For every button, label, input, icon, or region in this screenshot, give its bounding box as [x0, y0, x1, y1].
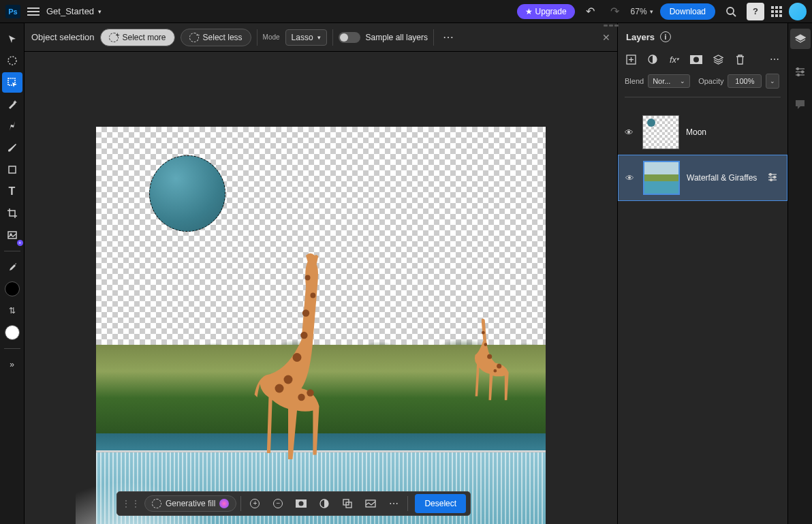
layers-panel-tab-icon[interactable]: [790, 29, 811, 49]
add-mask-icon[interactable]: [690, 53, 702, 65]
svg-point-16: [482, 331, 485, 335]
layer-waterfall-giraffes[interactable]: 👁 Waterfall & Giraffes: [618, 155, 787, 201]
undo-icon[interactable]: ↶: [582, 3, 599, 20]
layer-moon[interactable]: 👁 Moon: [618, 110, 787, 155]
svg-point-42: [797, 67, 799, 70]
info-icon[interactable]: i: [660, 31, 671, 42]
sparkle-icon: [219, 499, 229, 508]
visibility-toggle-icon[interactable]: 👁: [625, 173, 636, 183]
select-less-button[interactable]: −Select less: [181, 29, 251, 46]
swap-colors-icon[interactable]: ⇅: [2, 300, 22, 321]
panel-menu-icon[interactable]: ⋯: [768, 53, 781, 65]
svg-point-18: [487, 354, 492, 359]
user-avatar[interactable]: [789, 3, 807, 20]
left-toolbar: T + ⇅ »: [0, 23, 25, 524]
quick-actions-tool-icon[interactable]: [2, 116, 22, 136]
options-title: Object selection: [31, 32, 95, 42]
svg-point-8: [311, 293, 316, 298]
zoom-level[interactable]: 67% ▾: [631, 7, 653, 16]
svg-point-14: [298, 394, 304, 401]
marquee-tool-icon[interactable]: [2, 50, 22, 71]
giraffe-large: [253, 249, 341, 474]
mask-icon[interactable]: [292, 494, 311, 513]
background-color-swatch[interactable]: [2, 322, 22, 343]
adjustment-icon[interactable]: [315, 494, 334, 513]
photoshop-logo-icon[interactable]: Ps: [5, 5, 20, 18]
mode-select[interactable]: Lasso ▾: [285, 29, 327, 46]
panel-title: Layers: [626, 32, 655, 42]
add-selection-icon[interactable]: +: [245, 494, 264, 513]
moon-selection: [149, 155, 225, 232]
subtract-selection-icon[interactable]: −: [268, 494, 287, 513]
opacity-value[interactable]: 100%: [728, 74, 762, 88]
opacity-chevron-icon[interactable]: ⌄: [766, 74, 779, 89]
crop-tool-icon[interactable]: [2, 203, 22, 224]
svg-rect-4: [9, 166, 16, 173]
upgrade-button[interactable]: ★ Upgrade: [517, 4, 575, 19]
shape-tool-icon[interactable]: [2, 159, 22, 180]
visibility-toggle-icon[interactable]: 👁: [625, 127, 636, 138]
layer-name-label: Moon: [686, 127, 781, 137]
add-layer-icon[interactable]: [625, 53, 637, 65]
more-actions-icon[interactable]: ⋯: [384, 494, 403, 513]
layer-thumbnail[interactable]: [643, 161, 680, 195]
magic-wand-tool-icon[interactable]: [2, 94, 22, 114]
canvas[interactable]: [96, 127, 546, 524]
mode-label: Mode: [263, 33, 280, 41]
svg-point-7: [305, 275, 311, 281]
expand-tools-icon[interactable]: »: [2, 354, 22, 375]
svg-point-22: [299, 502, 304, 506]
delete-layer-icon[interactable]: [734, 53, 746, 65]
fill-icon[interactable]: [361, 494, 380, 513]
hamburger-menu-icon[interactable]: [27, 7, 40, 16]
search-icon[interactable]: [722, 3, 740, 20]
document-name[interactable]: Get_Started ▾: [46, 6, 102, 16]
comments-panel-tab-icon[interactable]: [790, 94, 811, 114]
generative-fill-button[interactable]: Generative fill: [144, 495, 236, 512]
close-options-icon[interactable]: ✕: [602, 32, 610, 43]
properties-panel-tab-icon[interactable]: [790, 61, 811, 82]
fx-icon[interactable]: fx▾: [668, 53, 681, 65]
move-tool-icon[interactable]: [2, 29, 22, 49]
svg-point-15: [307, 389, 313, 396]
svg-point-36: [770, 174, 772, 176]
redo-icon[interactable]: ↷: [606, 3, 624, 20]
help-icon[interactable]: ?: [747, 3, 764, 20]
svg-point-11: [293, 353, 302, 362]
top-bar: Ps Get_Started ▾ ★ Upgrade ↶ ↷ 67% ▾ Dow…: [0, 0, 812, 23]
svg-point-19: [497, 364, 501, 369]
eyedropper-tool-icon[interactable]: [2, 257, 22, 277]
contextual-task-bar: ⋮⋮ Generative fill + − ⋯ Deselect: [116, 491, 471, 516]
foreground-color-swatch[interactable]: [2, 279, 22, 299]
brush-tool-icon[interactable]: [2, 138, 22, 158]
layer-filter-icon[interactable]: [768, 172, 780, 183]
sample-all-layers-toggle[interactable]: [339, 32, 360, 43]
download-button[interactable]: Download: [660, 3, 715, 20]
drag-handle-icon[interactable]: ⋮⋮: [121, 494, 140, 513]
deselect-button[interactable]: Deselect: [415, 494, 466, 513]
object-selection-tool-icon[interactable]: [2, 72, 22, 93]
blend-label: Blend: [625, 77, 644, 85]
svg-point-20: [494, 369, 497, 373]
opacity-label: Opacity: [698, 77, 723, 85]
layer-thumbnail[interactable]: [642, 115, 679, 149]
svg-point-37: [774, 176, 776, 179]
text-tool-icon[interactable]: T: [2, 181, 22, 202]
svg-point-32: [693, 57, 699, 62]
transform-icon[interactable]: [338, 494, 357, 513]
svg-point-2: [8, 57, 16, 65]
blend-opacity-row: Blend Nor...⌄ Opacity 100% ⌄: [618, 68, 787, 94]
adjustment-layer-icon[interactable]: [646, 53, 659, 65]
apps-grid-icon[interactable]: [771, 6, 782, 17]
layers-toolbar: fx▾ ⋯: [618, 50, 787, 68]
svg-point-10: [300, 332, 307, 339]
svg-point-0: [727, 7, 734, 14]
place-image-tool-icon[interactable]: +: [2, 225, 22, 245]
more-options-icon[interactable]: ⋯: [439, 29, 457, 46]
select-more-button[interactable]: +Select more: [100, 29, 175, 46]
canvas-area[interactable]: ⋮⋮ Generative fill + − ⋯ Deselect: [25, 52, 617, 524]
blend-mode-select[interactable]: Nor...⌄: [648, 74, 690, 88]
svg-point-44: [798, 74, 800, 76]
layer-stack-icon[interactable]: [712, 53, 724, 65]
panel-resize-handle-icon[interactable]: [601, 25, 621, 30]
